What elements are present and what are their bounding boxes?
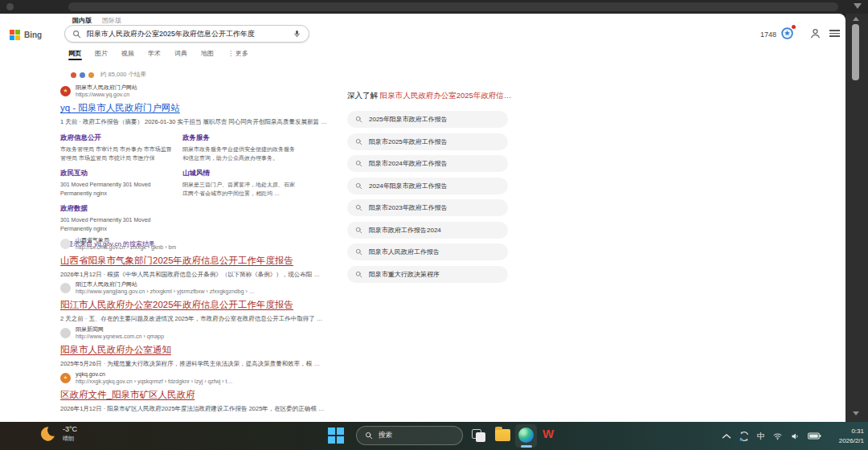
tab-images[interactable]: 图片 [95,49,108,58]
menu-icon[interactable] [829,30,840,37]
screen: 国内版 国际版 Bing 阳泉市人民政府办公室2025年政府信息公开工作年度 1… [0,0,868,450]
microphone-icon[interactable] [293,29,301,39]
version-tab-domestic[interactable]: 国内版 [72,16,92,25]
tab-maps[interactable]: 地图 [201,49,214,58]
clock-date: 2026/2/1 [829,436,864,446]
notification-dot [792,25,796,29]
version-tab-international[interactable]: 国际版 [102,16,121,25]
sitelinks-grid: 政府信息公开 市政务管理局 市审计局 市外事办 市市场监督管理局 市场监管局 市… [60,133,342,233]
search-result: ★ 阳泉市人民政府门户网站 https://www.yq.gov.cn yq -… [60,83,342,248]
sitelink-title[interactable]: 山城风情 [182,169,319,178]
result-title-link[interactable]: yq - 阳泉市人民政府门户网站 [60,102,180,114]
sitelink: 政民互动 301 Moved Permanently 301 Moved Per… [60,169,182,198]
wps-office-icon[interactable]: W [542,427,554,440]
profile-icon[interactable] [809,27,821,39]
download-icon[interactable] [854,3,862,9]
sitelink: 政府数据 301 Moved Permanently 301 Moved Per… [60,204,182,233]
related-header: 深入了解 阳泉市人民政府办公室2025年政府信… [347,91,512,101]
site-favicon [60,239,71,249]
related-search-item[interactable]: 2024年阳泉市政府工作报告 [347,178,508,194]
result-snippet: 2026年1月12日 · 根据《中华人民共和国政府信息公开条例》（以下简称《条例… [60,271,340,279]
related-search-item[interactable]: 2025年阳泉市政府工作报告 [347,111,508,128]
search-nav-tabs: 网页 图片 视频 学术 词典 地图 ⋮更多 [68,49,248,58]
related-searches-panel: 深入了解 阳泉市人民政府办公室2025年政府信… 2025年阳泉市政府工作报告 … [347,91,508,288]
weather-condition: 晴朗 [63,435,77,443]
search-icon [355,160,362,167]
search-icon [355,182,362,190]
bing-logo-label[interactable]: Bing [24,31,42,39]
result-title-link[interactable]: 阳江市人民政府办公室2025年政府信息公开工作年度报告 [60,299,293,311]
search-input[interactable]: 阳泉市人民政府办公室2025年政府信息公开工作年度 [87,29,287,39]
sitelink-title[interactable]: 政府数据 [60,204,182,214]
sitelink: 政府信息公开 市政务管理局 市审计局 市外事办 市市场监督管理局 市场监管局 市… [60,133,182,162]
result-url: http://sx.cma.gov.cn › zfxxgk › gknb › b… [76,243,176,251]
task-view-icon[interactable] [472,429,486,442]
related-header-link[interactable]: 阳泉市人民政府办公室2025年政府信… [380,91,512,100]
search-icon [355,271,362,278]
result-url: http://www.yqnews.com.cn › qmapp [76,333,164,340]
scroll-up-arrow-icon[interactable] [853,17,859,21]
search-result: 阳江市人民政府门户网站 http://www.yangjiang.gov.cn … [60,280,342,323]
file-explorer-icon[interactable] [495,429,510,441]
search-icon [355,138,362,145]
sync-update-icon[interactable] [739,431,750,442]
sitelink-desc: 301 Moved Permanently 301 Moved Permanen… [60,181,177,198]
speaker-icon[interactable] [790,432,800,441]
tab-dictionary[interactable]: 词典 [174,49,187,58]
result-site-name: 阳泉新闻网 [76,325,164,333]
sitelink-title[interactable]: 政民互动 [60,169,182,178]
scroll-down-arrow-icon[interactable] [853,411,859,415]
clock-time: 0:31 [829,427,864,436]
sitelink: 山城风情 阳泉是三晋门户、晋冀要冲，地处太原、石家庄两个省会城市的中间位置，相距… [182,169,319,198]
sitelink-title[interactable]: 政府信息公开 [60,133,182,143]
scrollbar-thumb[interactable] [852,24,859,80]
tray-chevron-up-icon[interactable] [722,432,731,440]
search-icon [72,30,81,39]
tab-videos[interactable]: 视频 [121,49,134,58]
tab-academic[interactable]: 学术 [148,49,161,58]
related-search-item[interactable]: 阳泉市政府工作报告2024 [347,222,508,239]
result-snippet: 1 天前 · 政府工作报告（摘要） 2026-01-30 实干担当 履职尽责 同… [60,118,334,126]
related-search-item[interactable]: 阳泉市重大行政决策程序 [347,266,508,283]
search-icon [365,432,373,440]
result-snippet: 2 天之前 · 五、存在的主要问题及改进情况 2025年，市政府办公室在政府信息… [60,315,340,323]
result-site-name: 山西省气象局 [76,236,176,243]
edge-browser-button[interactable] [515,424,537,448]
taskbar-search-box[interactable]: 搜索 [356,426,463,445]
search-icon [355,227,362,234]
search-box[interactable]: 阳泉市人民政府办公室2025年政府信息公开工作年度 [64,25,309,43]
related-search-item[interactable]: 阳泉市人民政府工作报告 [347,243,508,260]
bing-logo-icon[interactable] [10,30,20,40]
weather-temperature: -3°C [63,425,77,433]
start-button-windows-icon[interactable] [328,428,344,444]
related-search-item[interactable]: 阳泉市2025年政府工作报告 [347,133,508,150]
result-title-link[interactable]: 山西省阳泉市气象部门2025年政府信息公开工作年度报告 [60,255,293,267]
result-title-link[interactable]: 阳泉市人民政府办公室通知 [60,344,171,356]
site-favicon-gov-emblem-icon: ★ [60,373,71,383]
search-result: 阳泉新闻网 http://www.yqnews.com.cn › qmapp 阳… [60,325,342,368]
browser-profile-icon[interactable] [6,3,14,10]
site-favicon [60,283,71,293]
sitelink-desc: 市政务管理局 市审计局 市外事办 市市场监督管理局 市场监管局 市统计局 市医疗… [60,145,177,162]
sitelink-title[interactable]: 政务服务 [182,133,319,143]
browser-address-bar[interactable] [68,2,838,11]
sitelink-desc: 阳泉市政务服务平台提供安全便捷的政务服务和信息查询，助力公众高效办理事务。 [182,145,299,162]
related-search-item[interactable]: 阳泉市2024年政府工作报告 [347,155,508,172]
browser-titlebar [0,0,868,14]
taskbar-weather-widget[interactable]: -3°C 晴朗 [39,425,77,443]
search-icon [355,204,362,211]
clock-widget[interactable]: 0:31 2026/2/1 [829,427,864,445]
ime-indicator[interactable]: 中 [757,431,765,442]
site-favicon-gov-emblem-icon: ★ [60,86,71,96]
system-tray: 中 0:31 2026/2/1 [722,422,864,450]
result-snippet: 2025年5月26日 · 为规范重大行政决策程序，推进科学民主依法决策，提高决策… [60,360,340,368]
related-search-item[interactable]: 阳泉市2023年政府工作报告 [347,199,508,216]
wifi-icon[interactable] [772,432,783,441]
rewards-points[interactable]: 1748 [760,31,776,39]
tab-web[interactable]: 网页 [68,49,81,58]
tab-more[interactable]: ⋮更多 [227,49,248,58]
battery-icon[interactable] [808,432,821,440]
result-site-name: yqkq.gov.cn [76,370,233,378]
search-result: ★ yqkq.gov.cn http://xxgk.yqkq.gov.cn › … [60,370,342,413]
result-title-link[interactable]: 区政府文件_阳泉市矿区人民政府 [60,389,194,401]
